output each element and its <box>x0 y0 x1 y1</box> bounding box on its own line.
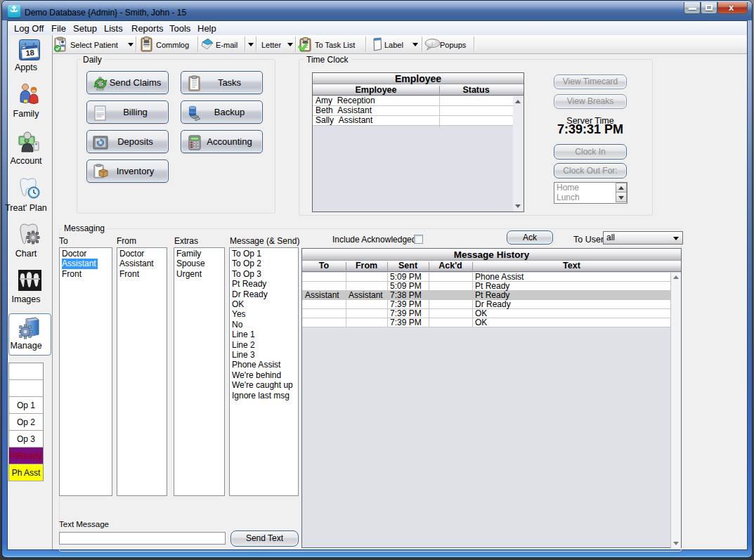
svg-text:18: 18 <box>25 48 34 57</box>
